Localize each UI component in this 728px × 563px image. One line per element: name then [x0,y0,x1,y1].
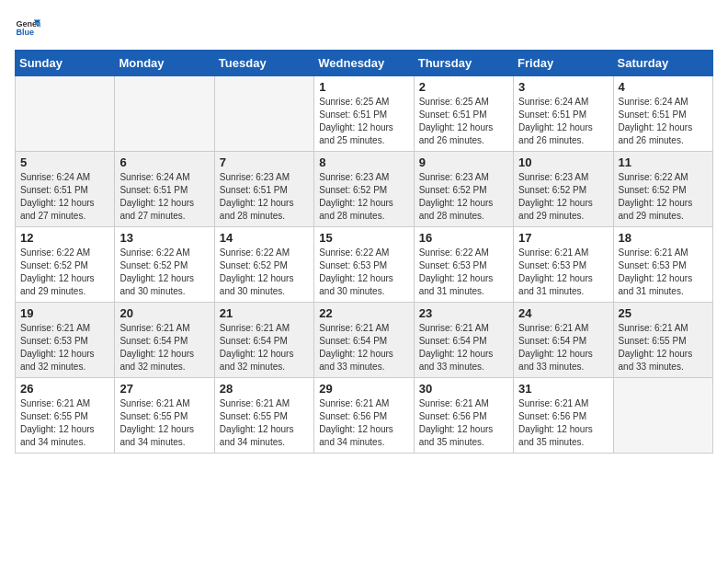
day-info: Sunrise: 6:25 AM Sunset: 6:51 PM Dayligh… [319,96,408,147]
calendar-day-cell: 25Sunrise: 6:21 AM Sunset: 6:55 PM Dayli… [613,303,712,378]
day-number: 8 [319,155,408,169]
calendar-day-cell: 29Sunrise: 6:21 AM Sunset: 6:56 PM Dayli… [314,378,414,454]
day-info: Sunrise: 6:24 AM Sunset: 6:51 PM Dayligh… [518,96,608,147]
day-info: Sunrise: 6:21 AM Sunset: 6:56 PM Dayligh… [319,397,408,449]
calendar-day-cell: 5Sunrise: 6:24 AM Sunset: 6:51 PM Daylig… [16,152,115,227]
calendar-day-cell: 28Sunrise: 6:21 AM Sunset: 6:55 PM Dayli… [214,378,313,454]
day-number: 14 [220,231,309,245]
calendar-week-row: 12Sunrise: 6:22 AM Sunset: 6:52 PM Dayli… [16,227,713,303]
day-info: Sunrise: 6:21 AM Sunset: 6:55 PM Dayligh… [220,397,309,449]
day-info: Sunrise: 6:21 AM Sunset: 6:54 PM Dayligh… [419,322,508,373]
calendar-day-cell: 27Sunrise: 6:21 AM Sunset: 6:55 PM Dayli… [115,378,214,454]
day-info: Sunrise: 6:22 AM Sunset: 6:52 PM Dayligh… [220,247,309,298]
day-info: Sunrise: 6:25 AM Sunset: 6:51 PM Dayligh… [419,96,508,147]
day-info: Sunrise: 6:23 AM Sunset: 6:52 PM Dayligh… [518,171,608,223]
calendar-day-cell: 2Sunrise: 6:25 AM Sunset: 6:51 PM Daylig… [414,76,513,152]
calendar-table: SundayMondayTuesdayWednesdayThursdayFrid… [15,50,713,454]
calendar-day-cell: 4Sunrise: 6:24 AM Sunset: 6:51 PM Daylig… [613,76,712,152]
day-info: Sunrise: 6:21 AM Sunset: 6:54 PM Dayligh… [220,322,309,373]
calendar-day-cell: 24Sunrise: 6:21 AM Sunset: 6:54 PM Dayli… [514,303,613,378]
day-info: Sunrise: 6:23 AM Sunset: 6:52 PM Dayligh… [319,171,408,223]
logo: General Blue [15,15,40,40]
day-number: 22 [319,306,408,320]
day-number: 13 [119,231,209,245]
calendar-day-cell: 21Sunrise: 6:21 AM Sunset: 6:54 PM Dayli… [214,303,313,378]
day-info: Sunrise: 6:22 AM Sunset: 6:52 PM Dayligh… [119,247,209,298]
day-info: Sunrise: 6:21 AM Sunset: 6:53 PM Dayligh… [518,247,608,298]
day-number: 11 [619,155,708,169]
calendar-day-cell [214,76,313,152]
calendar-day-cell [115,76,214,152]
calendar-day-cell: 12Sunrise: 6:22 AM Sunset: 6:52 PM Dayli… [16,227,115,303]
calendar-day-cell: 7Sunrise: 6:23 AM Sunset: 6:51 PM Daylig… [214,152,313,227]
day-number: 17 [518,231,608,245]
day-info: Sunrise: 6:24 AM Sunset: 6:51 PM Dayligh… [619,96,708,147]
day-info: Sunrise: 6:21 AM Sunset: 6:56 PM Dayligh… [518,397,608,449]
day-number: 20 [119,306,209,320]
day-number: 30 [419,382,508,396]
day-number: 10 [518,155,608,169]
page-header: General Blue [15,15,713,40]
day-number: 2 [419,80,508,94]
calendar-day-cell: 3Sunrise: 6:24 AM Sunset: 6:51 PM Daylig… [514,76,613,152]
day-number: 25 [619,306,708,320]
calendar-day-cell: 23Sunrise: 6:21 AM Sunset: 6:54 PM Dayli… [414,303,513,378]
calendar-day-cell: 26Sunrise: 6:21 AM Sunset: 6:55 PM Dayli… [16,378,115,454]
day-number: 6 [119,155,209,169]
calendar-day-cell: 10Sunrise: 6:23 AM Sunset: 6:52 PM Dayli… [514,152,613,227]
day-info: Sunrise: 6:22 AM Sunset: 6:53 PM Dayligh… [419,247,508,298]
day-info: Sunrise: 6:21 AM Sunset: 6:53 PM Dayligh… [20,322,109,373]
calendar-day-cell [613,378,712,454]
calendar-day-cell: 16Sunrise: 6:22 AM Sunset: 6:53 PM Dayli… [414,227,513,303]
weekday-header-thursday: Thursday [414,51,513,76]
day-info: Sunrise: 6:21 AM Sunset: 6:55 PM Dayligh… [619,322,708,373]
day-number: 9 [419,155,508,169]
day-info: Sunrise: 6:23 AM Sunset: 6:52 PM Dayligh… [419,171,508,223]
day-info: Sunrise: 6:22 AM Sunset: 6:52 PM Dayligh… [619,171,708,223]
weekday-header-monday: Monday [115,51,214,76]
day-number: 18 [619,231,708,245]
day-info: Sunrise: 6:21 AM Sunset: 6:53 PM Dayligh… [619,247,708,298]
calendar-day-cell: 20Sunrise: 6:21 AM Sunset: 6:54 PM Dayli… [115,303,214,378]
calendar-day-cell: 6Sunrise: 6:24 AM Sunset: 6:51 PM Daylig… [115,152,214,227]
day-number: 21 [220,306,309,320]
day-info: Sunrise: 6:24 AM Sunset: 6:51 PM Dayligh… [20,171,109,223]
day-info: Sunrise: 6:23 AM Sunset: 6:51 PM Dayligh… [220,171,309,223]
day-info: Sunrise: 6:22 AM Sunset: 6:53 PM Dayligh… [319,247,408,298]
day-info: Sunrise: 6:21 AM Sunset: 6:55 PM Dayligh… [119,397,209,449]
calendar-day-cell: 13Sunrise: 6:22 AM Sunset: 6:52 PM Dayli… [115,227,214,303]
day-number: 28 [220,382,309,396]
day-number: 27 [119,382,209,396]
calendar-week-row: 5Sunrise: 6:24 AM Sunset: 6:51 PM Daylig… [16,152,713,227]
calendar-day-cell [16,76,115,152]
calendar-week-row: 26Sunrise: 6:21 AM Sunset: 6:55 PM Dayli… [16,378,713,454]
day-number: 12 [20,231,109,245]
calendar-day-cell: 30Sunrise: 6:21 AM Sunset: 6:56 PM Dayli… [414,378,513,454]
calendar-day-cell: 8Sunrise: 6:23 AM Sunset: 6:52 PM Daylig… [314,152,414,227]
day-number: 7 [220,155,309,169]
logo-icon: General Blue [15,15,40,40]
day-info: Sunrise: 6:21 AM Sunset: 6:54 PM Dayligh… [319,322,408,373]
day-number: 19 [20,306,109,320]
calendar-day-cell: 15Sunrise: 6:22 AM Sunset: 6:53 PM Dayli… [314,227,414,303]
day-info: Sunrise: 6:21 AM Sunset: 6:55 PM Dayligh… [20,397,109,449]
day-number: 31 [518,382,608,396]
day-number: 5 [20,155,109,169]
calendar-day-cell: 22Sunrise: 6:21 AM Sunset: 6:54 PM Dayli… [314,303,414,378]
day-info: Sunrise: 6:21 AM Sunset: 6:56 PM Dayligh… [419,397,508,449]
day-number: 29 [319,382,408,396]
calendar-week-row: 1Sunrise: 6:25 AM Sunset: 6:51 PM Daylig… [16,76,713,152]
calendar-week-row: 19Sunrise: 6:21 AM Sunset: 6:53 PM Dayli… [16,303,713,378]
day-info: Sunrise: 6:24 AM Sunset: 6:51 PM Dayligh… [119,171,209,223]
weekday-header-saturday: Saturday [613,51,712,76]
svg-text:Blue: Blue [16,28,34,37]
weekday-header-tuesday: Tuesday [214,51,313,76]
weekday-header-row: SundayMondayTuesdayWednesdayThursdayFrid… [16,51,713,76]
day-number: 4 [619,80,708,94]
calendar-day-cell: 19Sunrise: 6:21 AM Sunset: 6:53 PM Dayli… [16,303,115,378]
day-number: 1 [319,80,408,94]
day-number: 23 [419,306,508,320]
calendar-day-cell: 9Sunrise: 6:23 AM Sunset: 6:52 PM Daylig… [414,152,513,227]
day-info: Sunrise: 6:21 AM Sunset: 6:54 PM Dayligh… [518,322,608,373]
calendar-day-cell: 14Sunrise: 6:22 AM Sunset: 6:52 PM Dayli… [214,227,313,303]
